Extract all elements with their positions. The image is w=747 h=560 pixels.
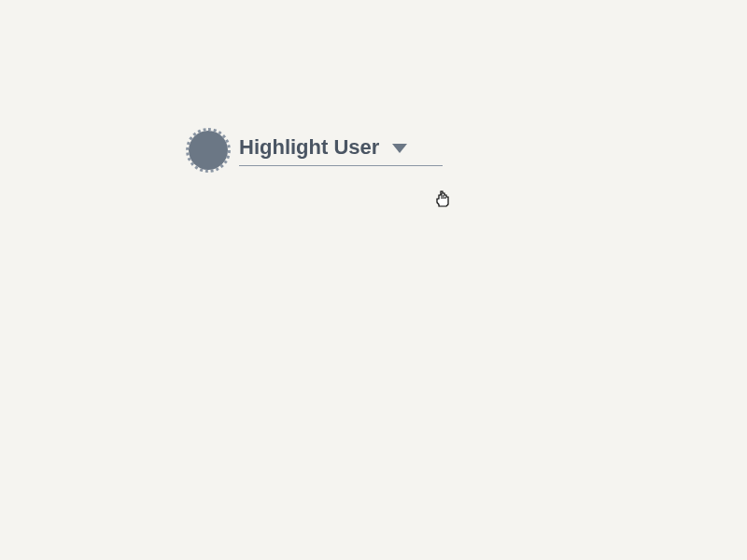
dropdown-label-wrap: Highlight User	[239, 135, 443, 166]
chevron-down-icon	[392, 144, 407, 153]
dropdown-row: Highlight User	[239, 135, 443, 165]
pointer-cursor-icon	[435, 189, 452, 208]
highlight-user-dropdown[interactable]: Highlight User	[189, 131, 443, 170]
dropdown-underline	[239, 165, 443, 166]
dropdown-label: Highlight User	[239, 135, 379, 160]
dotted-circle-icon	[189, 131, 228, 170]
